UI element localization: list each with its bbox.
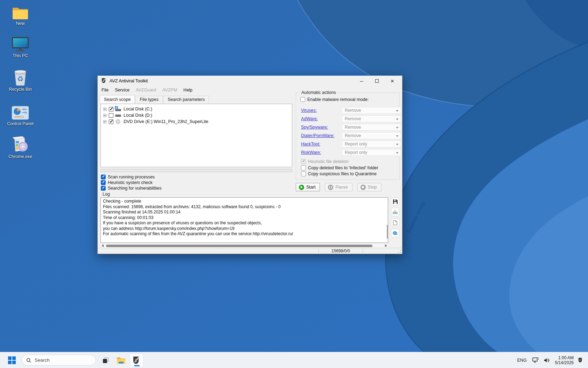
volume-icon[interactable] [544,357,550,363]
action-row-viruses: Viruses: Remove [301,107,396,114]
automatic-actions-group: Automatic actions Enable malware removal… [296,93,400,180]
scan-progress-bar [100,169,292,172]
active-app-indicator [134,365,140,366]
avz-tray-icon[interactable]: z [578,357,583,363]
tray-date: 5/14/2025 [555,360,574,365]
unchecked-checkbox-icon[interactable] [301,171,306,176]
folder-icon [117,356,126,364]
search-placeholder: Search [35,357,50,363]
play-icon [299,185,304,190]
scroll-left-icon[interactable] [102,244,104,247]
start-button-taskbar[interactable] [5,353,19,367]
stop-button: Stop [357,183,382,191]
desktop-icon-label: Chrome.exe [4,154,37,159]
log-line: Scanning finished at 14.05.2025 01:00:14 [103,210,386,215]
desktop-icon-recycle-bin[interactable]: ♻ Recycle Bin [4,69,37,92]
scan-counter: 15698/0/0 [319,248,363,253]
checked-checkbox-icon[interactable] [101,175,106,179]
installer-box-icon [4,136,37,153]
resize-grip[interactable] [398,250,401,253]
file-explorer-button[interactable] [114,353,128,367]
expand-icon[interactable] [103,108,106,111]
option-label: Heuristic system check [108,180,153,185]
start-button[interactable]: Start [296,183,320,191]
tree-row-dvd-e[interactable]: DVD Drive (E:) Win11_Pro_23h2_SuperLite [101,118,292,125]
hacktool-action-dropdown: Report only [342,141,401,148]
copy-suspicious-files-checkbox[interactable]: Copy suspicious files to Quarantine [301,171,377,177]
checkbox-label: Copy suspicious files to Quarantine [308,171,377,176]
chevron-down-icon [396,135,399,137]
page-icon [393,220,398,225]
tab-file-types[interactable]: File types [135,96,163,103]
disabled-checked-checkbox-icon [301,159,306,164]
menu-help[interactable]: Help [180,86,196,94]
taskbar-search[interactable]: Search [22,355,96,366]
scrollbar-thumb[interactable] [106,245,372,247]
maximize-icon [375,79,379,83]
expand-icon[interactable] [103,114,106,117]
title-bar[interactable]: Z AVZ Antiviral Toolkit ─ ✕ [98,76,402,86]
adware-action-dropdown: Remove [342,115,401,122]
desktop-icon-control-panel[interactable]: Control Panel [4,103,37,126]
web-service-button[interactable] [391,229,399,237]
riskware-link[interactable]: RiskWare: [301,150,321,155]
unchecked-checkbox-icon[interactable] [300,97,305,102]
language-indicator[interactable]: ENG [517,358,527,363]
tab-search-parameters[interactable]: Search parameters [163,96,209,103]
log-vertical-scrollbar[interactable] [387,225,388,239]
new-document-button[interactable] [391,218,399,227]
chevron-down-icon [396,127,399,129]
glasses-star-icon: ★ [392,209,398,215]
adware-link[interactable]: AdWare: [301,116,318,121]
search-scope-tree: Local Disk (C:) Local Disk (D:) DVD Driv… [100,104,292,167]
hacktool-link[interactable]: HackTool: [301,142,320,146]
clock[interactable]: 1:00 AM 5/14/2025 [555,355,574,365]
dvd-e-checkbox[interactable] [109,120,113,124]
save-log-button[interactable] [391,197,399,206]
dialer-action-dropdown: Remove [342,132,401,139]
menu-service[interactable]: Service [112,86,133,94]
avz-taskbar-button[interactable]: Z [130,353,144,367]
pause-button: Pause [325,183,352,191]
option-scan-running-processes[interactable]: Scan running processes [101,174,155,180]
window-title: AVZ Antiviral Toolkit [110,79,148,83]
search-icon [26,358,31,363]
chevron-down-icon [396,118,399,120]
copy-deleted-files-checkbox[interactable]: Copy deleted files to 'Infected' folder [301,165,378,171]
checked-checkbox-icon[interactable] [101,186,106,191]
tree-row-disk-c[interactable]: Local Disk (C:) [101,106,292,112]
close-button[interactable]: ✕ [385,76,400,86]
drive-d-checkbox[interactable] [109,113,113,118]
option-searching-for-vulnerabilities[interactable]: Searching for vulnerabilities [101,185,162,191]
tab-strip: Search scope File types Search parameter… [100,95,210,103]
viruses-link[interactable]: Viruses: [301,108,317,113]
viruses-action-dropdown: Remove [342,107,401,114]
taskbar: Search Z ENG 1:00 AM 5/14/2025 z [0,352,588,368]
tab-search-scope[interactable]: Search scope [100,95,135,103]
menu-file[interactable]: File [98,86,112,94]
desktop-icon-new[interactable]: New [4,3,37,26]
analysis-wizard-button[interactable]: ★ [391,208,399,216]
desktop-icon-this-pc[interactable]: This PC [4,35,37,58]
dialer-link[interactable]: Dialer/PornWare: [301,133,334,138]
log-output[interactable]: Checking - complete Files scanned: 15698… [100,197,388,243]
checked-checkbox-icon[interactable] [101,180,106,185]
scroll-right-icon[interactable] [385,244,387,247]
maximize-button[interactable] [369,76,385,86]
desktop-icon-chrome-exe[interactable]: Chrome.exe [4,136,37,159]
enable-malware-removal-checkbox[interactable]: Enable malware removal mode: [300,97,369,102]
checkbox-label: Enable malware removal mode: [307,97,369,102]
action-row-spyware: Spy/Spyware: Remove [301,124,396,131]
expand-icon[interactable] [103,120,106,123]
tree-row-disk-d[interactable]: Local Disk (D:) [101,112,292,118]
task-view-button[interactable] [99,353,113,367]
minimize-button[interactable]: ─ [354,76,369,86]
drive-c-checkbox[interactable] [109,107,113,111]
option-heuristic-system-check[interactable]: Heuristic system check [101,180,153,185]
network-icon[interactable] [532,357,539,363]
log-group-title: Log [103,192,110,197]
scan-action-buttons: Start Pause Stop [296,183,386,191]
spyware-link[interactable]: Spy/Spyware: [301,125,328,130]
status-bar: 15698/0/0 [98,248,402,254]
unchecked-checkbox-icon[interactable] [301,165,306,170]
